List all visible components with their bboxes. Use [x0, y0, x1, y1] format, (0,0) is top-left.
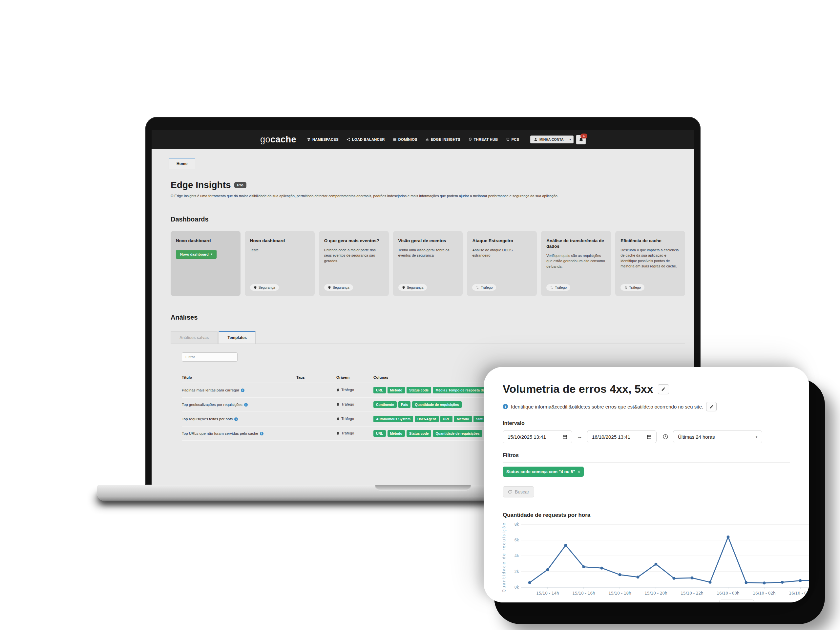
column-chip: País	[398, 401, 411, 408]
nav-item-namespaces[interactable]: NAMESPACES	[307, 137, 339, 141]
calendar-icon	[647, 434, 652, 439]
account-area: MINHA CONTA ▾ 1	[530, 135, 586, 144]
card-description: Analise de ataque DDOS estrangeiro	[472, 248, 532, 258]
remove-filter-icon[interactable]: ×	[578, 469, 581, 474]
svg-text:8k: 8k	[514, 522, 519, 527]
svg-text:15/10 - 22h: 15/10 - 22h	[681, 591, 703, 595]
dashboard-card-novo-dashboard-0[interactable]: Novo dashboardNovo dashboard▾	[171, 231, 240, 296]
notifications-button[interactable]: 1	[576, 135, 586, 144]
info-icon: i	[244, 403, 248, 407]
dashboard-card-analise-de-transferencia-de-dados-5[interactable]: Análise de transferência de dadosVerifiq…	[541, 231, 611, 296]
column-chip: Método	[454, 416, 472, 422]
chart-legend[interactable]: Series 1	[719, 600, 754, 602]
panel-title: Volumetria de erros 4xx, 5xx	[503, 382, 653, 395]
dashboard-card-novo-dashboard-1[interactable]: Novo dashboardTesteSegurança	[245, 231, 315, 296]
svg-text:16/10 - 00h: 16/10 - 00h	[717, 591, 739, 595]
template-tags	[296, 397, 336, 412]
column-chip: Continente	[373, 401, 397, 408]
template-origin: Tráfego	[341, 402, 354, 406]
edit-title-button[interactable]	[658, 384, 669, 394]
column-chip: Status code	[407, 430, 431, 437]
svg-text:6k: 6k	[514, 538, 519, 542]
card-title: Eficiência de cache	[621, 238, 680, 244]
svg-text:2k: 2k	[514, 569, 519, 574]
column-header-tags: Tags	[296, 373, 336, 383]
card-tag-badge: Segurança	[324, 284, 353, 291]
shield-icon	[402, 286, 405, 289]
volumetria-panel: Volumetria de erros 4xx, 5xx i Identifiq…	[484, 367, 809, 602]
account-button[interactable]: MINHA CONTA ▾	[530, 136, 573, 144]
nav-item-label: DOMÍNIOS	[398, 137, 417, 141]
nav-item-edge-insights[interactable]: EDGE INSIGHTS	[425, 137, 460, 141]
nav-item-label: NAMESPACES	[313, 137, 339, 141]
pro-badge: Pro	[234, 182, 246, 188]
traffic-icon	[476, 286, 479, 289]
edge-insights-icon	[425, 137, 429, 141]
calendar-icon	[562, 434, 567, 439]
requests-chart: 0k2k4k6k8k15/10 - 14h15/10 - 16h15/10 - …	[500, 522, 809, 602]
load-balancer-icon	[346, 137, 351, 141]
dashboard-card-o-que-gera-mais-eventos-2[interactable]: O que gera mais eventos?Entenda onde a m…	[319, 231, 389, 296]
info-icon: i	[234, 417, 238, 421]
dashboard-cards: Novo dashboardNovo dashboard▾Novo dashbo…	[171, 231, 685, 296]
template-tags	[296, 426, 336, 441]
card-tag-badge: Tráfego	[621, 284, 644, 291]
gocache-logo[interactable]: gocache	[260, 134, 296, 145]
edit-description-button[interactable]	[706, 402, 717, 411]
date-from-input[interactable]: 15/10/2025 13:41	[503, 430, 572, 443]
column-header-origem: Origem	[336, 373, 373, 383]
template-title: Top requisições feitas por bots	[182, 417, 233, 421]
filtros-label: Filtros	[503, 453, 809, 458]
arrow-right-icon: →	[577, 433, 583, 440]
date-to-input[interactable]: 16/10/2025 13:41	[587, 430, 657, 443]
info-icon: i	[260, 432, 264, 436]
tab-analises-salvas[interactable]: Análises salvas	[171, 332, 218, 344]
column-chip: URL	[441, 416, 453, 422]
nav-item-pcs[interactable]: PCS	[506, 137, 519, 141]
template-title: Top URLs que não foram servidas pelo cac…	[182, 431, 258, 436]
nav-item-threat-hub[interactable]: THREAT HUB	[468, 137, 498, 141]
nav-item-label: EDGE INSIGHTS	[431, 137, 460, 141]
page-title: Edge Insights	[171, 180, 231, 190]
traffic-icon	[336, 417, 339, 421]
filter-chip[interactable]: Status code começa com "4 ou 5" ×	[503, 467, 584, 477]
browser-tab-row: Home	[152, 158, 694, 169]
svg-text:15/10 - 20h: 15/10 - 20h	[644, 591, 667, 595]
dashboard-card-visao-geral-de-eventos-3[interactable]: Visão geral de eventosTenha uma visão ge…	[393, 231, 463, 296]
template-tags	[296, 412, 336, 426]
chevron-down-icon: ▾	[211, 253, 212, 256]
info-icon: i	[241, 388, 245, 392]
namespaces-icon	[307, 137, 311, 141]
tab-templates[interactable]: Templates	[218, 331, 255, 344]
card-tag-badge: Tráfego	[546, 284, 570, 291]
card-description: Verifique quais são as requisições que e…	[546, 253, 606, 269]
intervalo-label: Intervalo	[503, 420, 809, 426]
traffic-icon	[336, 403, 339, 406]
edit-icon	[661, 387, 666, 392]
account-label: MINHA CONTA	[540, 137, 564, 141]
traffic-icon	[550, 286, 553, 289]
buscar-button[interactable]: Buscar	[503, 486, 534, 497]
dashboard-card-eficiencia-de-cache-6[interactable]: Eficiência de cacheDescubra o que impact…	[615, 231, 685, 296]
refresh-icon	[508, 489, 512, 494]
column-chip: Quantidade de requisições	[412, 401, 461, 408]
column-chip: Método	[387, 387, 405, 393]
nav-item-load-balancer[interactable]: LOAD BALANCER	[346, 137, 385, 141]
nav-item-label: LOAD BALANCER	[352, 137, 385, 141]
dashboard-card-ataque-estrangeiro-4[interactable]: Ataque EstrangeiroAnalise de ataque DDOS…	[467, 231, 537, 296]
nav-item-dominios[interactable]: DOMÍNIOS	[393, 137, 417, 141]
account-caret-icon[interactable]: ▾	[567, 136, 573, 143]
card-title: Novo dashboard	[176, 238, 235, 244]
tab-home[interactable]: Home	[169, 158, 195, 169]
svg-text:15/10 - 18h: 15/10 - 18h	[608, 591, 631, 595]
pcs-icon	[506, 137, 510, 141]
new-dashboard-button[interactable]: Novo dashboard▾	[176, 250, 216, 259]
logo-text: go	[260, 134, 270, 144]
filter-input[interactable]	[182, 352, 238, 362]
card-title: Novo dashboard	[250, 238, 309, 244]
svg-text:0k: 0k	[514, 585, 519, 590]
shield-icon	[254, 286, 257, 289]
analises-tabs: Análises salvasTemplates	[171, 330, 685, 344]
range-select[interactable]: Últimas 24 horas ▾	[673, 430, 762, 443]
traffic-icon	[624, 286, 627, 289]
